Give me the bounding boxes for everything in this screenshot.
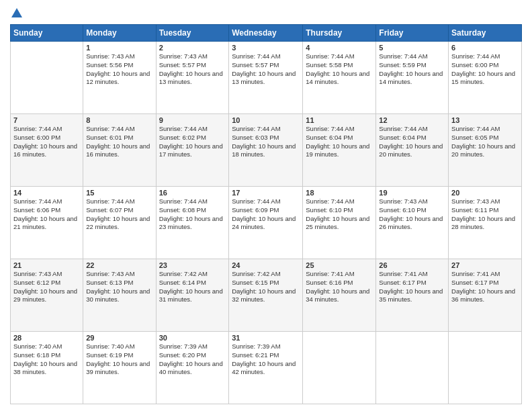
day-info: Sunrise: 7:43 AMSunset: 6:12 PMDaylight:… [13, 270, 80, 304]
day-info: Sunrise: 7:41 AMSunset: 6:16 PMDaylight:… [306, 270, 373, 304]
day-number: 4 [306, 44, 373, 52]
day-number: 5 [379, 44, 445, 52]
day-info: Sunrise: 7:44 AMSunset: 6:04 PMDaylight:… [379, 125, 445, 159]
col-header-saturday: Saturday [449, 25, 522, 42]
day-cell: 21Sunrise: 7:43 AMSunset: 6:12 PMDayligh… [11, 259, 83, 332]
day-info: Sunrise: 7:44 AMSunset: 6:10 PMDaylight:… [306, 197, 373, 232]
day-cell: 18Sunrise: 7:44 AMSunset: 6:10 PMDayligh… [303, 187, 376, 259]
day-number: 1 [86, 44, 152, 52]
page: SundayMondayTuesdayWednesdayThursdayFrid… [0, 0, 532, 411]
day-number: 28 [13, 334, 80, 342]
day-cell: 19Sunrise: 7:43 AMSunset: 6:10 PMDayligh… [376, 187, 449, 259]
day-info: Sunrise: 7:44 AMSunset: 6:05 PMDaylight:… [451, 125, 519, 159]
day-cell: 3Sunrise: 7:44 AMSunset: 5:57 PMDaylight… [229, 42, 303, 114]
day-cell [376, 332, 449, 404]
day-cell: 11Sunrise: 7:44 AMSunset: 6:04 PMDayligh… [303, 114, 376, 187]
logo [10, 7, 26, 20]
day-cell: 31Sunrise: 7:39 AMSunset: 6:21 PMDayligh… [229, 332, 303, 404]
day-info: Sunrise: 7:39 AMSunset: 6:20 PMDaylight:… [159, 342, 226, 377]
day-cell: 7Sunrise: 7:44 AMSunset: 6:00 PMDaylight… [11, 114, 83, 187]
day-cell: 23Sunrise: 7:42 AMSunset: 6:14 PMDayligh… [156, 259, 229, 332]
day-cell: 5Sunrise: 7:44 AMSunset: 5:59 PMDaylight… [376, 42, 449, 114]
day-cell: 17Sunrise: 7:44 AMSunset: 6:09 PMDayligh… [229, 187, 303, 259]
col-header-thursday: Thursday [303, 25, 376, 42]
day-cell: 2Sunrise: 7:43 AMSunset: 5:57 PMDaylight… [156, 42, 229, 114]
col-header-friday: Friday [376, 25, 449, 42]
day-cell: 15Sunrise: 7:44 AMSunset: 6:07 PMDayligh… [83, 187, 156, 259]
day-info: Sunrise: 7:43 AMSunset: 6:11 PMDaylight:… [451, 197, 519, 232]
day-cell: 9Sunrise: 7:44 AMSunset: 6:02 PMDaylight… [156, 114, 229, 187]
day-info: Sunrise: 7:44 AMSunset: 6:09 PMDaylight:… [232, 197, 300, 232]
day-number: 31 [232, 334, 300, 342]
header [10, 7, 522, 20]
day-cell [11, 42, 83, 114]
col-header-wednesday: Wednesday [229, 25, 303, 42]
day-info: Sunrise: 7:44 AMSunset: 6:06 PMDaylight:… [13, 197, 80, 232]
calendar-table: SundayMondayTuesdayWednesdayThursdayFrid… [10, 24, 522, 404]
day-number: 18 [306, 189, 373, 197]
col-header-tuesday: Tuesday [156, 25, 229, 42]
day-cell: 29Sunrise: 7:40 AMSunset: 6:19 PMDayligh… [83, 332, 156, 404]
day-cell [449, 332, 522, 404]
day-number: 9 [159, 116, 226, 124]
day-number: 26 [379, 261, 445, 269]
day-info: Sunrise: 7:42 AMSunset: 6:15 PMDaylight:… [232, 270, 300, 304]
day-cell [303, 332, 376, 404]
day-cell: 10Sunrise: 7:44 AMSunset: 6:03 PMDayligh… [229, 114, 303, 187]
day-number: 24 [232, 261, 300, 269]
logo-icon [10, 7, 24, 20]
col-header-sunday: Sunday [11, 25, 83, 42]
week-row-0: 1Sunrise: 7:43 AMSunset: 5:56 PMDaylight… [11, 42, 522, 114]
day-info: Sunrise: 7:43 AMSunset: 5:56 PMDaylight:… [86, 52, 152, 87]
day-number: 14 [13, 189, 80, 197]
day-number: 23 [159, 261, 226, 269]
day-cell: 1Sunrise: 7:43 AMSunset: 5:56 PMDaylight… [83, 42, 156, 114]
day-cell: 28Sunrise: 7:40 AMSunset: 6:18 PMDayligh… [11, 332, 83, 404]
day-info: Sunrise: 7:44 AMSunset: 6:02 PMDaylight:… [159, 125, 226, 159]
day-cell: 30Sunrise: 7:39 AMSunset: 6:20 PMDayligh… [156, 332, 229, 404]
day-number: 29 [86, 334, 152, 342]
day-number: 22 [86, 261, 152, 269]
day-info: Sunrise: 7:44 AMSunset: 5:57 PMDaylight:… [232, 52, 300, 87]
day-number: 7 [13, 116, 80, 124]
day-info: Sunrise: 7:42 AMSunset: 6:14 PMDaylight:… [159, 270, 226, 304]
week-row-4: 28Sunrise: 7:40 AMSunset: 6:18 PMDayligh… [11, 332, 522, 404]
day-number: 15 [86, 189, 152, 197]
header-row: SundayMondayTuesdayWednesdayThursdayFrid… [11, 25, 522, 42]
day-info: Sunrise: 7:44 AMSunset: 6:07 PMDaylight:… [86, 197, 152, 232]
day-cell: 25Sunrise: 7:41 AMSunset: 6:16 PMDayligh… [303, 259, 376, 332]
day-number: 12 [379, 116, 445, 124]
day-info: Sunrise: 7:44 AMSunset: 6:01 PMDaylight:… [86, 125, 152, 159]
day-number: 2 [159, 44, 226, 52]
day-number: 6 [451, 44, 519, 52]
day-info: Sunrise: 7:40 AMSunset: 6:18 PMDaylight:… [13, 342, 80, 377]
day-info: Sunrise: 7:40 AMSunset: 6:19 PMDaylight:… [86, 342, 152, 377]
day-info: Sunrise: 7:44 AMSunset: 6:00 PMDaylight:… [451, 52, 519, 87]
day-info: Sunrise: 7:43 AMSunset: 6:13 PMDaylight:… [86, 270, 152, 304]
day-cell: 4Sunrise: 7:44 AMSunset: 5:58 PMDaylight… [303, 42, 376, 114]
day-number: 21 [13, 261, 80, 269]
day-info: Sunrise: 7:44 AMSunset: 6:04 PMDaylight:… [306, 125, 373, 159]
day-number: 17 [232, 189, 300, 197]
col-header-monday: Monday [83, 25, 156, 42]
day-cell: 26Sunrise: 7:41 AMSunset: 6:17 PMDayligh… [376, 259, 449, 332]
day-cell: 12Sunrise: 7:44 AMSunset: 6:04 PMDayligh… [376, 114, 449, 187]
day-number: 10 [232, 116, 300, 124]
svg-marker-0 [11, 8, 22, 17]
week-row-2: 14Sunrise: 7:44 AMSunset: 6:06 PMDayligh… [11, 187, 522, 259]
day-number: 16 [159, 189, 226, 197]
day-info: Sunrise: 7:39 AMSunset: 6:21 PMDaylight:… [232, 342, 300, 377]
day-cell: 14Sunrise: 7:44 AMSunset: 6:06 PMDayligh… [11, 187, 83, 259]
day-info: Sunrise: 7:44 AMSunset: 5:59 PMDaylight:… [379, 52, 445, 87]
day-number: 27 [451, 261, 519, 269]
day-cell: 13Sunrise: 7:44 AMSunset: 6:05 PMDayligh… [449, 114, 522, 187]
day-cell: 27Sunrise: 7:41 AMSunset: 6:17 PMDayligh… [449, 259, 522, 332]
day-number: 8 [86, 116, 152, 124]
day-number: 13 [451, 116, 519, 124]
day-cell: 20Sunrise: 7:43 AMSunset: 6:11 PMDayligh… [449, 187, 522, 259]
day-info: Sunrise: 7:43 AMSunset: 6:10 PMDaylight:… [379, 197, 445, 232]
day-number: 25 [306, 261, 373, 269]
day-info: Sunrise: 7:44 AMSunset: 5:58 PMDaylight:… [306, 52, 373, 87]
day-info: Sunrise: 7:44 AMSunset: 6:08 PMDaylight:… [159, 197, 226, 232]
day-number: 19 [379, 189, 445, 197]
